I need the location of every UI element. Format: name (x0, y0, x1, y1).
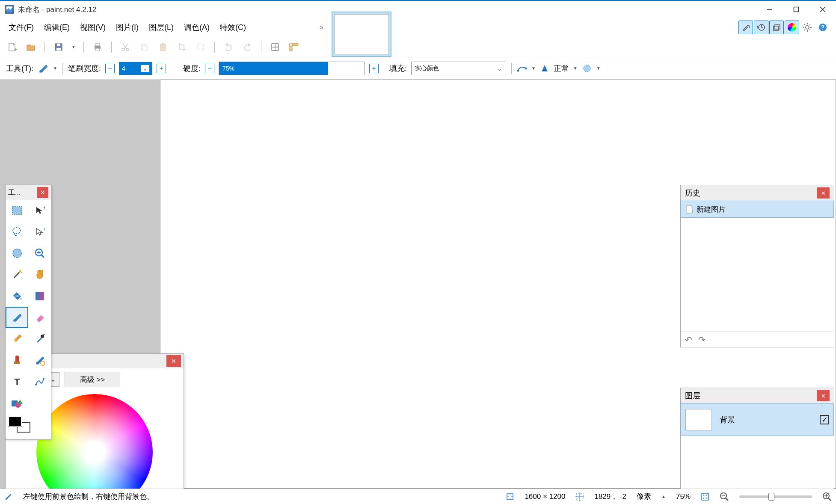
history-header[interactable]: 历史 ✕ (681, 185, 834, 201)
grid-button[interactable] (269, 41, 281, 53)
history-item[interactable]: + 新建图片 (681, 201, 834, 218)
cut-button[interactable] (119, 41, 131, 53)
antialias-icon[interactable] (517, 64, 527, 73)
tools-window-close[interactable]: ✕ (37, 187, 48, 198)
menu-edit[interactable]: 编辑(E) (39, 20, 75, 35)
paintbrush-icon[interactable] (38, 63, 49, 74)
menu-image[interactable]: 图片(I) (111, 20, 144, 35)
tools-window-header[interactable]: 工... ✕ (6, 185, 51, 200)
redo-button[interactable] (241, 41, 253, 53)
colors-window-close[interactable]: ✕ (166, 355, 181, 367)
layer-visible-checkbox[interactable]: ✓ (820, 415, 829, 424)
history-panel: 历史 ✕ + 新建图片 ↶ ↷ (680, 185, 834, 347)
new-button[interactable]: + (6, 41, 18, 53)
statusbar: 左键使用前景色绘制，右键使用背景色。 1600 × 1200 1829， -2 … (0, 489, 836, 504)
blend-mode-icon[interactable] (540, 64, 549, 73)
zoom-in-icon[interactable] (822, 492, 832, 501)
tool-shapes[interactable] (6, 392, 28, 414)
save-button[interactable] (53, 41, 65, 53)
maximize-button[interactable] (783, 1, 809, 18)
toggle-colors-panel[interactable] (785, 21, 799, 34)
zoom-slider[interactable] (739, 495, 812, 498)
tool-paint-bucket[interactable] (6, 285, 28, 307)
tool-eraser[interactable] (28, 307, 51, 328)
menu-view[interactable]: 视图(V) (75, 20, 111, 35)
selection-dropdown[interactable]: ▼ (596, 66, 601, 71)
tool-gradient[interactable] (28, 285, 51, 307)
color-wheel[interactable] (36, 394, 153, 504)
tool-paintbrush[interactable] (6, 307, 28, 328)
tool-text[interactable]: T (6, 371, 28, 392)
unit-dropdown[interactable]: ▲ (661, 494, 666, 499)
tool-zoom[interactable] (28, 243, 51, 264)
undo-button[interactable] (222, 41, 234, 53)
brush-width-decrease[interactable]: − (105, 64, 115, 73)
tool-move-selection[interactable]: + (28, 200, 51, 221)
tool-pencil[interactable] (6, 328, 28, 350)
layers-header[interactable]: 图层 ✕ (681, 388, 834, 403)
tool-rect-select[interactable] (6, 200, 28, 221)
fit-window-icon[interactable] (701, 492, 709, 501)
hardness-increase[interactable]: + (369, 64, 379, 73)
tool-color-picker[interactable] (28, 328, 51, 350)
svg-rect-25 (56, 48, 61, 50)
print-button[interactable] (92, 41, 104, 53)
tool-dropdown[interactable]: ▼ (53, 66, 57, 71)
advanced-button[interactable]: 高级 >> (65, 372, 120, 387)
svg-rect-42 (12, 207, 22, 214)
hardness-decrease[interactable]: − (205, 64, 214, 73)
svg-line-18 (804, 30, 805, 30)
fill-mode-select[interactable]: 实心颜色⌄ (411, 62, 506, 75)
menu-layers[interactable]: 图层(L) (144, 20, 179, 35)
tool-lasso-select[interactable] (6, 221, 28, 243)
menu-adjust[interactable]: 调色(A) (179, 20, 215, 35)
tool-pan[interactable] (28, 264, 51, 285)
status-hint: 左键使用前景色绘制，右键使用背景色。 (23, 492, 154, 501)
help-button[interactable]: ? (815, 21, 830, 34)
save-dropdown[interactable]: ▼ (71, 44, 76, 49)
layer-item[interactable]: 背景 ✓ (681, 403, 834, 436)
hardness-label: 硬度: (183, 63, 201, 74)
open-button[interactable] (25, 41, 37, 53)
close-button[interactable] (809, 1, 836, 18)
hardness-slider[interactable]: 75% (219, 62, 365, 75)
toggle-tools-panel[interactable] (738, 21, 753, 34)
tool-line[interactable] (28, 371, 51, 392)
brush-width-input[interactable]: 4⌄ (119, 62, 152, 75)
tools-window: 工... ✕ + + T (5, 185, 51, 440)
settings-button[interactable] (800, 21, 815, 34)
brush-width-value: 4 (122, 65, 125, 72)
svg-rect-27 (95, 44, 100, 46)
menu-effects[interactable]: 特效(C) (215, 20, 251, 35)
status-unit[interactable]: 像素 (637, 492, 651, 501)
minimize-button[interactable] (756, 1, 783, 18)
toggle-history-panel[interactable] (754, 21, 768, 34)
tool-empty (28, 392, 51, 414)
tool-magic-wand[interactable] (6, 264, 28, 285)
selection-mode-icon[interactable] (582, 63, 592, 74)
tool-ellipse-select[interactable] (6, 243, 28, 264)
copy-button[interactable] (138, 41, 150, 53)
foreground-color-swatch[interactable] (8, 416, 22, 427)
paste-button[interactable] (157, 41, 169, 53)
history-close[interactable]: ✕ (817, 187, 830, 199)
tool-clone-stamp[interactable] (6, 350, 28, 371)
titlebar: 未命名 - paint.net 4.2.12 (0, 0, 836, 18)
tool-recolor[interactable] (28, 350, 51, 371)
history-undo-icon[interactable]: ↶ (685, 335, 692, 345)
brush-width-increase[interactable]: + (157, 64, 166, 73)
ruler-button[interactable] (288, 41, 300, 53)
deselect-button[interactable] (195, 41, 207, 53)
overflow-chevron-icon[interactable]: » (320, 24, 323, 31)
history-redo-icon[interactable]: ↷ (698, 335, 706, 345)
antialias-dropdown[interactable]: ▼ (531, 66, 536, 71)
menu-file[interactable]: 文件(F) (3, 20, 39, 35)
tool-move-pixels[interactable]: + (28, 221, 51, 243)
crop-button[interactable] (176, 41, 188, 53)
svg-rect-58 (14, 362, 20, 364)
blend-dropdown[interactable]: ▼ (573, 66, 578, 71)
svg-text:+: + (14, 46, 17, 52)
zoom-out-icon[interactable] (720, 492, 729, 501)
toggle-layers-panel[interactable] (769, 21, 784, 34)
layers-close[interactable]: ✕ (817, 390, 830, 401)
